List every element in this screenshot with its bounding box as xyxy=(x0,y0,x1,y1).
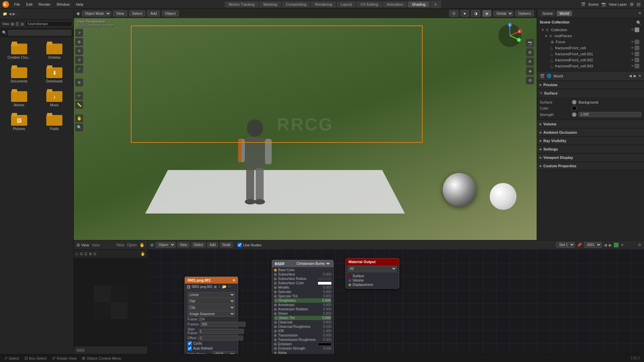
sc-item-cell2[interactable]: △ fracturedFront_cell.001 👁 xyxy=(540,51,641,57)
bf-object-context[interactable]: ⊞ Object Context Menu xyxy=(82,356,121,361)
tool-hand[interactable]: 🖐 xyxy=(75,114,83,122)
sc-cell2-check[interactable] xyxy=(635,52,639,56)
wp-close-btn[interactable]: ✕ xyxy=(638,74,641,78)
tool-select[interactable]: ↗ xyxy=(75,29,83,37)
vp-render-mode-icon[interactable]: ◈ xyxy=(526,67,534,75)
sc-force-check[interactable] xyxy=(635,40,639,44)
tool-measure[interactable]: 📏 xyxy=(75,101,83,109)
bf-rotate-view[interactable]: ↺ Rotate View xyxy=(52,356,76,361)
img-autorefresh-check[interactable] xyxy=(187,346,192,351)
vp-camera-icon[interactable]: 📷 xyxy=(526,39,534,47)
wp-ray-header[interactable]: ▶ Ray Visibility xyxy=(537,137,644,145)
vp-options-btn[interactable]: Options xyxy=(515,10,534,16)
bsdf-sheen-tint-dot[interactable] xyxy=(275,317,277,319)
rp-scene-tab[interactable]: Scene xyxy=(540,11,555,16)
wp-preview-header[interactable]: ▶ Preview xyxy=(537,81,644,89)
tab-animation[interactable]: Animation xyxy=(383,1,407,7)
ne-add-btn[interactable]: Add xyxy=(207,242,218,247)
tool-cursor[interactable]: ⊕ xyxy=(75,38,83,46)
img-cyclic-check[interactable] xyxy=(187,341,192,346)
viewport-3d[interactable]: ◉ Object Mode View Select Add Object ⊙ ●… xyxy=(74,9,537,240)
sc-cell3-check[interactable] xyxy=(635,58,639,62)
mat-output-type-select[interactable]: All xyxy=(348,266,397,272)
mat-disp-dot[interactable] xyxy=(348,284,351,286)
wp-volume-header[interactable]: ▶ Volume xyxy=(537,120,644,128)
vp-object-btn[interactable]: Object xyxy=(162,10,179,16)
img-node-close[interactable]: ✕ xyxy=(232,279,235,282)
img-node-del[interactable]: ✕ xyxy=(228,285,231,289)
img-ext-select[interactable]: Clip xyxy=(187,305,235,310)
ne-nav-back[interactable]: ◀ xyxy=(604,243,607,247)
tool-rotate[interactable]: ↺ xyxy=(75,56,83,64)
tool-zoom[interactable]: 🔍 xyxy=(75,123,83,131)
bf-box-select[interactable]: ⊡ Box Select xyxy=(24,356,47,361)
vp-view-btn[interactable]: View xyxy=(113,10,127,16)
tab-uv-editing[interactable]: UV Editing xyxy=(357,1,382,7)
vp-add-btn[interactable]: Add xyxy=(147,10,160,16)
vp-solid-btn[interactable]: ● xyxy=(461,10,469,17)
wp-scene-icon[interactable]: 🎬 xyxy=(540,74,545,78)
bsdf-trans-rough-dot[interactable] xyxy=(274,339,277,341)
wp-next-btn[interactable]: ▶ xyxy=(634,74,636,78)
ne-node-btn[interactable]: Node xyxy=(220,242,233,247)
wp-surface-color[interactable] xyxy=(572,100,577,105)
np-view-btn[interactable]: View xyxy=(92,243,100,247)
folder-downloads[interactable]: ⬇ Downloads xyxy=(38,63,71,84)
np-tool5[interactable]: ⊟ xyxy=(93,252,96,256)
fb-path-input[interactable] xyxy=(25,21,72,27)
tab-add[interactable]: + xyxy=(430,1,441,8)
sc-item-collection[interactable]: ▼ ⊞ Collection 👁 xyxy=(540,27,641,33)
folder-desktop[interactable]: Desktop xyxy=(38,40,71,61)
ne-close-x[interactable]: ✕ xyxy=(621,243,624,247)
vp-grid-icon[interactable]: ⊞ xyxy=(526,48,534,56)
tool-scale[interactable]: ⤢ xyxy=(75,65,83,73)
np-content[interactable] xyxy=(74,258,147,346)
ne-settings-icon[interactable]: ⚙ xyxy=(638,243,641,247)
tab-motion-tracking[interactable]: Motion Tracking xyxy=(225,1,259,7)
folder-music[interactable]: ♪ Music xyxy=(38,87,71,108)
ne-type-select[interactable]: Object xyxy=(156,242,175,248)
vp-show-icon[interactable]: 👁 xyxy=(526,58,534,66)
bsdf-trans-dot[interactable] xyxy=(274,334,277,337)
tab-layout[interactable]: Layout xyxy=(337,1,356,7)
wp-background-value[interactable]: Background xyxy=(579,100,641,104)
img-src-select[interactable]: Image Sequence xyxy=(187,311,235,317)
image-texture-node[interactable]: 0001.png.001 ✕ 🖼 0001.png.001 ◉ + 📂 ✕ xyxy=(184,277,238,354)
img-frames-input[interactable] xyxy=(200,322,246,327)
material-output-node[interactable]: Material Output All Surface xyxy=(345,258,399,289)
sc-item-cell1[interactable]: △ fracturedFront_cell 👁 xyxy=(540,45,641,51)
ne-pin-icon[interactable]: 📌 xyxy=(577,243,582,247)
img-node-image-name[interactable]: 0001.png.001 xyxy=(192,285,212,289)
ne-nav-fwd[interactable]: ▶ xyxy=(609,243,612,247)
ne-view-btn[interactable]: View xyxy=(177,242,190,247)
sc-vis-btn[interactable]: 👁 xyxy=(630,27,635,32)
sc-cell1-vis[interactable]: 👁 xyxy=(630,46,635,50)
wp-vpd-header[interactable]: ▶ Viewport Display xyxy=(537,154,644,162)
img-offset-input[interactable] xyxy=(198,336,243,341)
rp-toggle-btn[interactable]: ✕ xyxy=(638,11,641,15)
bsdf-node[interactable]: BSDF Christansen-Burley Base Color xyxy=(272,260,334,354)
menu-help[interactable]: Help xyxy=(73,2,86,7)
folder-movies[interactable]: Movies xyxy=(3,87,36,108)
ne-slot-select[interactable]: Slot 1 xyxy=(556,242,575,248)
np-tool2[interactable]: ⊟ xyxy=(80,252,83,256)
vp-select-btn[interactable]: Select xyxy=(129,10,146,16)
np-tool3[interactable]: ☰ xyxy=(84,252,88,256)
bsdf-aniso-dot[interactable] xyxy=(274,304,277,306)
fb-nav-fwd[interactable]: ▶ xyxy=(13,12,15,16)
rp-world-tab[interactable]: World xyxy=(557,11,572,16)
sc-checkbox[interactable] xyxy=(635,27,639,32)
bsdf-sub-radius-dot[interactable] xyxy=(274,278,277,280)
bf-select[interactable]: ↗ Select xyxy=(4,356,19,361)
sc-cell2-vis[interactable]: 👁 xyxy=(630,52,635,56)
vp-mode-select[interactable]: Object Mode xyxy=(82,11,111,16)
bsdf-base-color-dot[interactable] xyxy=(274,269,277,272)
vp-global-select[interactable]: Global xyxy=(493,11,513,16)
view-layer-label[interactable]: View Layer xyxy=(609,2,627,6)
tab-compositing[interactable]: Compositing xyxy=(282,1,310,7)
sc-item-force[interactable]: ⊛ Force 👁 xyxy=(540,39,641,45)
sc-item-rootpieces[interactable]: ▼ ⊞ rootPieces xyxy=(540,33,641,39)
menu-window[interactable]: Window xyxy=(54,2,72,7)
np-tool1[interactable]: ▷ xyxy=(76,252,78,256)
fb-list-icon[interactable]: ☰ xyxy=(15,22,19,26)
